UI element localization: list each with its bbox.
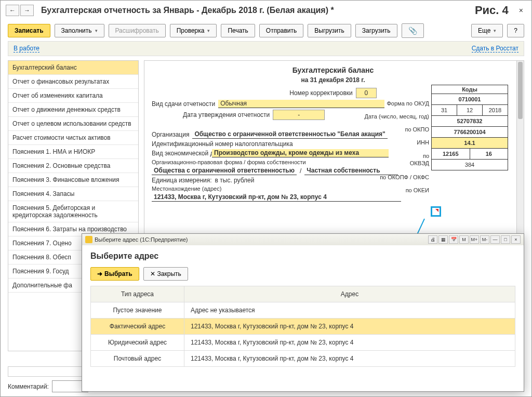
sidebar-item[interactable]: Расчет стоимости чистых активов: [8, 131, 138, 145]
code-labels: Форма по ОКУД Дата (число, месяц, год) п…: [364, 97, 429, 197]
help-button[interactable]: ?: [507, 24, 524, 37]
save-button[interactable]: Записать: [8, 24, 50, 37]
sidebar-item[interactable]: Пояснения 2. Основные средства: [8, 159, 138, 173]
appr-label: Дата утверждения отчетности: [183, 111, 270, 118]
sidebar-item[interactable]: Бухгалтерский баланс: [8, 61, 138, 75]
mminus-btn[interactable]: M-: [480, 235, 489, 244]
max-icon[interactable]: □: [501, 235, 510, 244]
calc-icon[interactable]: 📅: [449, 235, 458, 244]
select-button[interactable]: ➜Выбрать: [90, 267, 139, 281]
status-link-send[interactable]: Сдать в Росстат: [472, 45, 518, 52]
doc-date: на 31 декабря 2018 г.: [152, 76, 514, 84]
act-value[interactable]: Производство одежды, кроме одежды из мех…: [212, 149, 389, 157]
type-label: Вид сдачи отчетности: [152, 100, 215, 108]
org-value: Общество с ограниченной ответственностью…: [192, 130, 387, 139]
dialog-title: Выберите адрес: [90, 252, 515, 261]
send-button[interactable]: Отправить: [259, 24, 304, 37]
window-title: Бухгалтерская отчетность за Январь - Дек…: [41, 6, 472, 15]
table-row[interactable]: Пустое значениеАдрес не указывается: [91, 302, 515, 319]
x-icon: ✕: [150, 270, 155, 277]
addr-value: 121433, Москва г, Кутузовский пр-кт, дом…: [152, 193, 401, 202]
import-button[interactable]: Загрузить: [355, 24, 397, 37]
sidebar-item[interactable]: Пояснения 4. Запасы: [8, 187, 138, 201]
nav-fwd-button[interactable]: →: [20, 5, 34, 16]
corr-label: Номер корректировки: [289, 89, 353, 97]
unit-label: Единица измерения:: [152, 177, 212, 184]
dialog-wintitle: Выберите адрес (1С:Предприятие): [95, 236, 188, 243]
export-button[interactable]: Выгрузить: [308, 24, 351, 37]
doc-title: Бухгалтерский баланс: [152, 66, 514, 74]
more-button[interactable]: Еще: [471, 24, 503, 37]
close-icon[interactable]: ×: [516, 6, 526, 15]
mplus-btn[interactable]: M+: [470, 235, 479, 244]
print-button[interactable]: Печать: [221, 24, 255, 37]
codes-table: Коды 0710001 31122018 52707832 776620010…: [431, 85, 508, 170]
print-icon[interactable]: 🖨: [428, 235, 437, 244]
sidebar-item[interactable]: Отчет об изменениях капитала: [8, 89, 138, 103]
app-icon: [85, 236, 92, 243]
close-button[interactable]: ✕Закрыть: [143, 267, 188, 281]
m-btn[interactable]: M: [459, 235, 469, 244]
appr-value[interactable]: -: [273, 110, 325, 120]
check-button[interactable]: Проверка: [170, 24, 217, 37]
check-icon: ➜: [97, 270, 102, 277]
table-row[interactable]: Фактический адрес121433, Москва г, Кутуз…: [91, 319, 515, 335]
status-link-work[interactable]: В работе: [14, 45, 39, 52]
addr-label: Местонахождение (адрес): [152, 186, 221, 192]
fill-button[interactable]: Заполнить: [55, 24, 104, 37]
comment-label: Комментарий:: [8, 383, 49, 390]
address-dialog: Выберите адрес (1С:Предприятие) 🖨 ▦ 📅 M …: [82, 233, 524, 392]
grid-icon[interactable]: ▦: [438, 235, 448, 244]
sidebar-item[interactable]: Отчет о движении денежных средств: [8, 103, 138, 117]
address-table: Тип адреса Адрес Пустое значениеАдрес не…: [90, 286, 515, 367]
th-addr: Адрес: [184, 286, 515, 302]
type-value[interactable]: Обычная: [218, 100, 384, 108]
sidebar-item[interactable]: Пояснения 3. Финансовые вложения: [8, 173, 138, 187]
inn-label: Идентификационный номер налогоплательщик…: [152, 140, 293, 148]
dlg-close-icon[interactable]: ×: [511, 235, 521, 244]
table-row[interactable]: Юридический адрес121433, Москва г, Кутуз…: [91, 335, 515, 351]
sidebar-item[interactable]: Пояснения 1. НМА и НИОКР: [8, 145, 138, 159]
address-indicator[interactable]: [431, 206, 441, 217]
sidebar-item[interactable]: Отчет о финансовых результатах: [8, 75, 138, 89]
corr-value[interactable]: 0: [356, 88, 377, 98]
table-row[interactable]: Почтовый адрес121433, Москва г, Кутузовс…: [91, 351, 515, 367]
decode-button[interactable]: Расшифровать: [109, 24, 166, 37]
figure-label: Рис. 4: [475, 4, 509, 17]
min-icon[interactable]: —: [490, 235, 500, 244]
org-label: Организация: [152, 131, 189, 138]
sidebar-item[interactable]: Отчет о целевом использовании средств: [8, 117, 138, 131]
form-label: Организационно-правовая форма / форма со…: [152, 159, 306, 165]
act-label: Вид экономической деятельности: [152, 150, 209, 157]
attach-button[interactable]: 📎: [402, 23, 424, 38]
form1: Общества с ограниченной ответственностью: [152, 167, 297, 175]
unit-value: в тыс. рублей: [215, 177, 255, 184]
th-type: Тип адреса: [91, 286, 184, 302]
nav-back-button[interactable]: ←: [6, 5, 19, 16]
sidebar-item[interactable]: Пояснения 5. Дебиторская и кредиторская …: [8, 201, 138, 222]
